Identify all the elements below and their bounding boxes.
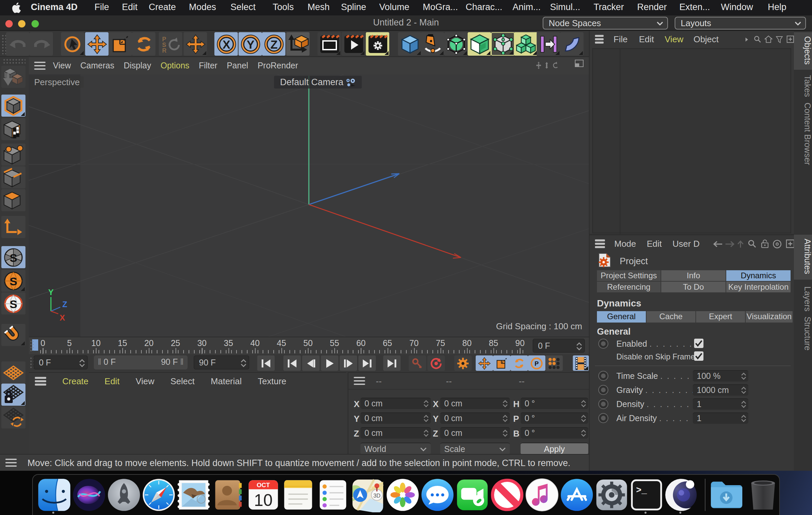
svg-text:45: 45 — [277, 338, 286, 348]
svg-text:Z: Z — [62, 300, 67, 309]
svg-text:3D: 3D — [373, 492, 380, 499]
svg-text:Y: Y — [246, 37, 254, 51]
svg-text:Y: Y — [48, 288, 54, 297]
svg-text:30: 30 — [197, 338, 207, 348]
svg-text:50: 50 — [303, 338, 313, 348]
svg-text:X: X — [222, 37, 230, 51]
svg-text:60: 60 — [356, 338, 366, 348]
svg-text:Z: Z — [270, 37, 277, 51]
svg-text:10: 10 — [254, 491, 273, 510]
svg-text:80: 80 — [462, 338, 472, 348]
svg-text:85: 85 — [489, 338, 498, 348]
svg-text:20: 20 — [144, 338, 154, 348]
svg-text:75: 75 — [436, 338, 445, 348]
svg-text:S: S — [10, 297, 18, 310]
svg-text:P: P — [534, 360, 539, 367]
svg-text:X: X — [60, 313, 65, 322]
svg-text:10: 10 — [91, 338, 100, 348]
svg-text:S: S — [10, 251, 18, 264]
svg-text:65: 65 — [383, 338, 392, 348]
svg-text:15: 15 — [118, 338, 127, 348]
svg-text:>_: >_ — [636, 485, 647, 495]
svg-text:25: 25 — [171, 338, 180, 348]
svg-text:70: 70 — [409, 338, 419, 348]
svg-text:R: R — [162, 47, 166, 53]
svg-text:OCT: OCT — [257, 482, 270, 489]
svg-text:S: S — [10, 275, 18, 287]
svg-text:40: 40 — [250, 338, 260, 348]
svg-text:35: 35 — [224, 338, 233, 348]
svg-text:5: 5 — [67, 338, 72, 348]
svg-text:90: 90 — [515, 338, 525, 348]
svg-text:0: 0 — [40, 338, 45, 348]
svg-text:55: 55 — [330, 338, 339, 348]
